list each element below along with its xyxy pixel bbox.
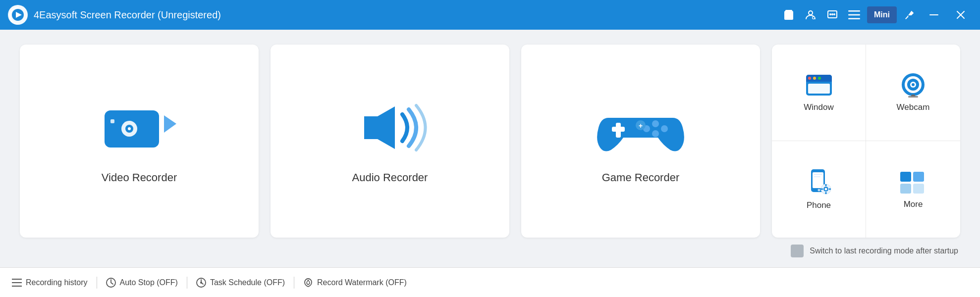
video-recorder-label: Video Recorder	[102, 171, 177, 184]
feedback-button[interactable]	[823, 6, 841, 24]
audio-recorder-card[interactable]: Audio Recorder	[271, 45, 509, 238]
svg-point-29	[652, 130, 659, 137]
svg-rect-50	[814, 174, 822, 175]
svg-rect-51	[814, 176, 820, 177]
game-recorder-label: Game Recorder	[602, 171, 680, 184]
task-schedule-icon	[196, 278, 206, 288]
audio-recorder-icon-area	[350, 98, 430, 157]
svg-point-36	[808, 77, 811, 80]
bottom-bar: Recording history Auto Stop (OFF) Task S…	[0, 267, 980, 297]
svg-point-10	[834, 14, 835, 15]
title-bar-controls: Mini	[780, 6, 972, 24]
svg-rect-56	[825, 192, 826, 194]
game-recorder-icon-area: +	[591, 98, 690, 157]
svg-point-28	[661, 125, 668, 132]
menu-button[interactable]	[845, 6, 863, 24]
svg-rect-59	[900, 172, 911, 182]
svg-rect-61	[900, 184, 911, 194]
svg-point-54	[824, 188, 827, 191]
svg-rect-13	[848, 18, 860, 20]
task-schedule-label: Task Schedule (OFF)	[210, 278, 285, 287]
svg-point-37	[813, 77, 816, 80]
svg-text:+: +	[639, 122, 643, 130]
window-label: Window	[804, 102, 833, 112]
webcam-label: Webcam	[897, 102, 930, 112]
title-bar: 4Easysoft Screen Recorder (Unregistered)	[0, 0, 980, 30]
svg-point-49	[817, 189, 820, 192]
minimize-button[interactable]	[923, 6, 945, 24]
svg-point-44	[912, 83, 915, 86]
window-recorder-card[interactable]: Window	[772, 45, 866, 141]
right-panel: Window We	[772, 45, 960, 238]
main-content: Video Recorder Audio Recorder	[0, 30, 980, 267]
svg-rect-60	[913, 172, 924, 182]
svg-point-38	[818, 77, 821, 80]
svg-rect-46	[908, 96, 918, 98]
close-button[interactable]	[949, 6, 972, 24]
more-recorder-card[interactable]: More	[866, 141, 960, 238]
svg-rect-26	[612, 127, 625, 132]
svg-rect-62	[913, 184, 924, 194]
list-icon	[12, 278, 22, 287]
svg-rect-11	[848, 10, 860, 12]
watermark-icon	[303, 278, 313, 288]
watermark-label: Record Watermark (OFF)	[317, 278, 407, 287]
app-title: 4Easysoft Screen Recorder (Unregistered)	[34, 9, 780, 21]
svg-marker-23	[164, 115, 176, 133]
auto-stop-icon	[106, 278, 116, 288]
svg-rect-15	[929, 14, 938, 15]
svg-point-3	[809, 11, 813, 15]
mini-button[interactable]: Mini	[867, 6, 897, 23]
phone-recorder-card[interactable]: Phone	[772, 141, 866, 238]
more-label: More	[904, 199, 923, 209]
recorder-grid: Video Recorder Audio Recorder	[20, 45, 960, 238]
svg-point-1	[16, 13, 19, 16]
cart-button[interactable]	[780, 6, 798, 24]
svg-point-9	[832, 14, 833, 15]
svg-point-27	[652, 120, 659, 127]
svg-rect-55	[825, 184, 826, 186]
svg-point-21	[128, 127, 131, 130]
startup-mode-label: Switch to last recording mode after star…	[810, 247, 958, 255]
phone-label: Phone	[807, 200, 831, 210]
task-schedule-button[interactable]: Task Schedule (OFF)	[187, 268, 294, 297]
switch-row: Switch to last recording mode after star…	[20, 238, 960, 257]
pin-button[interactable]	[901, 6, 919, 24]
svg-point-68	[200, 282, 202, 284]
video-recorder-card[interactable]: Video Recorder	[20, 45, 259, 238]
game-recorder-card[interactable]: + Game Recorder	[521, 45, 760, 238]
video-recorder-icon-area	[100, 98, 179, 157]
app-logo	[8, 5, 28, 25]
svg-line-14	[906, 16, 909, 19]
watermark-button[interactable]: Record Watermark (OFF)	[294, 268, 416, 297]
auto-stop-button[interactable]: Auto Stop (OFF)	[97, 268, 187, 297]
startup-mode-checkbox[interactable]	[791, 245, 804, 257]
svg-rect-57	[821, 189, 823, 190]
svg-rect-39	[808, 84, 830, 94]
svg-marker-24	[364, 106, 395, 149]
auto-stop-label: Auto Stop (OFF)	[120, 278, 178, 287]
svg-rect-22	[110, 119, 114, 123]
recording-history-label: Recording history	[26, 278, 88, 287]
recording-history-button[interactable]: Recording history	[12, 268, 97, 297]
svg-point-8	[830, 14, 831, 15]
user-button[interactable]	[802, 6, 819, 24]
svg-rect-12	[848, 14, 860, 16]
svg-rect-58	[829, 189, 831, 190]
webcam-recorder-card[interactable]: Webcam	[866, 45, 960, 141]
audio-recorder-label: Audio Recorder	[352, 171, 428, 184]
